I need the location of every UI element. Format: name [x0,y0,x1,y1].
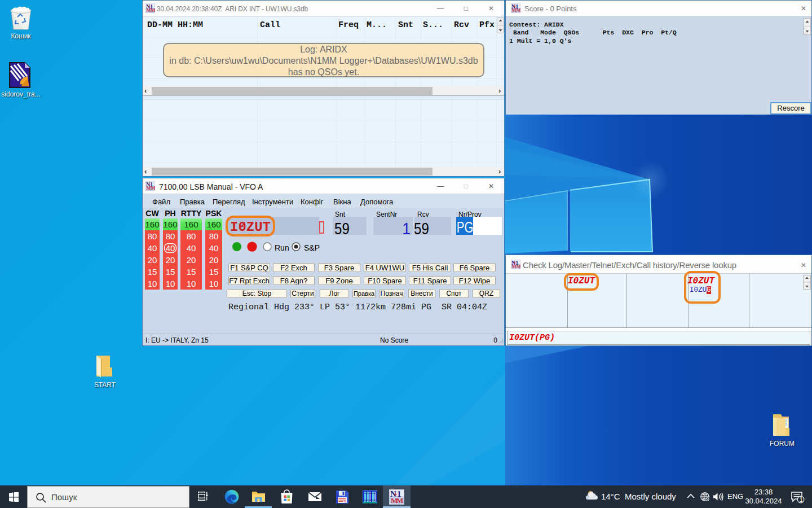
svg-text:15: 15 [187,267,196,277]
svg-text:40: 40 [166,243,175,253]
svg-text:80: 80 [148,231,157,241]
svg-text:10: 10 [187,279,196,288]
svg-text:20: 20 [148,255,157,265]
svg-text:40: 40 [187,243,196,253]
svg-text:40: 40 [209,243,219,253]
svg-text:MM: MM [147,7,155,13]
svg-text:80: 80 [166,231,175,241]
svg-text:M: M [396,496,403,505]
svg-text:20: 20 [187,255,196,265]
svg-text:MM: MM [512,7,520,13]
svg-text:160: 160 [163,220,177,229]
svg-text:160: 160 [184,220,198,229]
svg-text:10: 10 [209,279,219,288]
svg-text:15: 15 [148,267,157,277]
svg-text:MM: MM [147,185,155,191]
svg-text:20: 20 [166,255,175,265]
svg-text:15: 15 [209,267,219,277]
svg-text:10: 10 [166,279,175,288]
svg-text:160: 160 [145,220,159,229]
svg-text:MM: MM [512,264,520,269]
svg-text:160: 160 [206,220,220,229]
svg-text:80: 80 [209,231,219,241]
svg-text:20: 20 [209,255,219,265]
svg-text:1: 1 [800,496,803,503]
svg-text:10: 10 [148,279,157,288]
svg-text:40: 40 [148,243,157,253]
svg-text:15: 15 [166,267,175,277]
svg-text:80: 80 [187,231,196,241]
